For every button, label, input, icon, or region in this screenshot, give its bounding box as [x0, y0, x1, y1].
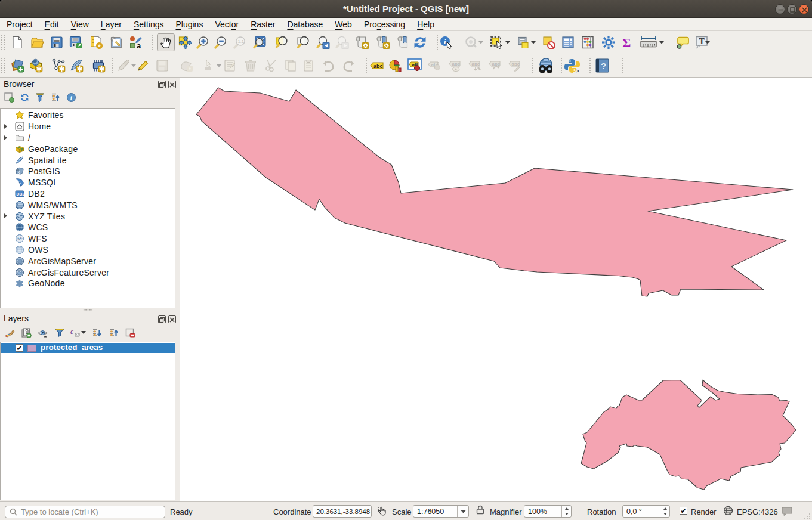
- svg-text:DB2: DB2: [17, 192, 25, 196]
- svg-text:abc: abc: [472, 61, 480, 67]
- svg-text:abc: abc: [373, 63, 383, 69]
- svg-text:a: a: [137, 41, 141, 50]
- svg-text:>: >: [576, 68, 579, 73]
- svg-text:T: T: [699, 37, 705, 46]
- svg-text:1:1: 1:1: [237, 39, 243, 44]
- svg-text:abc: abc: [452, 61, 461, 67]
- svg-text:Σ: Σ: [622, 35, 631, 49]
- svg-text:abc: abc: [512, 61, 520, 67]
- svg-text:i: i: [444, 37, 446, 46]
- svg-text:?: ?: [601, 61, 606, 71]
- svg-text:ε: ε: [70, 328, 73, 336]
- svg-text:V: V: [18, 236, 21, 242]
- svg-text:abc: abc: [492, 61, 501, 67]
